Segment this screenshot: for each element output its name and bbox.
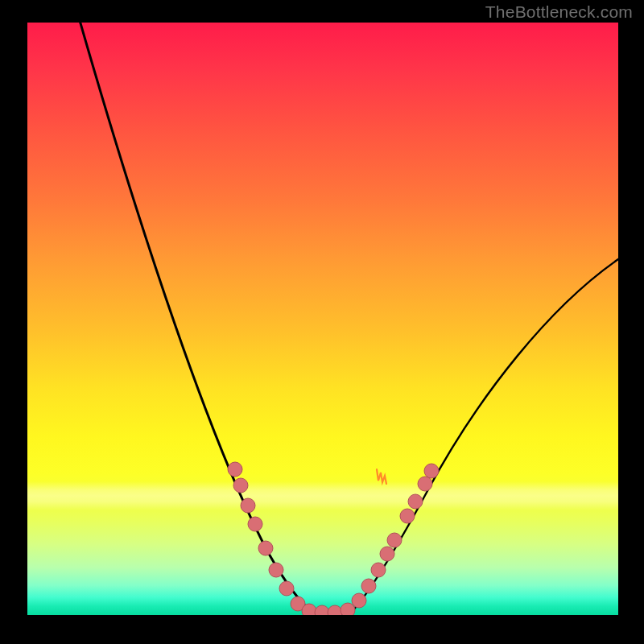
data-marker bbox=[408, 494, 423, 509]
right-glitch bbox=[377, 469, 386, 484]
marker-group bbox=[228, 462, 439, 615]
curve-layer bbox=[27, 23, 618, 615]
data-marker bbox=[315, 605, 329, 615]
plot-area bbox=[27, 23, 618, 615]
watermark-text: TheBottleneck.com bbox=[485, 2, 633, 22]
data-marker bbox=[269, 563, 283, 577]
data-marker bbox=[361, 579, 376, 593]
stage: TheBottleneck.com bbox=[0, 0, 644, 644]
curve-group bbox=[76, 23, 618, 614]
data-marker bbox=[248, 517, 262, 531]
data-marker bbox=[380, 547, 394, 561]
data-marker bbox=[279, 581, 294, 596]
data-marker bbox=[424, 464, 439, 478]
data-marker bbox=[233, 478, 248, 493]
data-marker bbox=[241, 498, 255, 513]
data-marker bbox=[258, 541, 273, 555]
data-marker bbox=[400, 509, 415, 523]
data-marker bbox=[228, 462, 242, 477]
data-marker bbox=[352, 593, 366, 608]
data-marker bbox=[302, 604, 316, 615]
data-marker bbox=[387, 533, 402, 547]
left-curve bbox=[76, 23, 314, 614]
data-marker bbox=[371, 563, 386, 577]
data-marker bbox=[328, 605, 342, 615]
data-marker bbox=[418, 477, 432, 491]
